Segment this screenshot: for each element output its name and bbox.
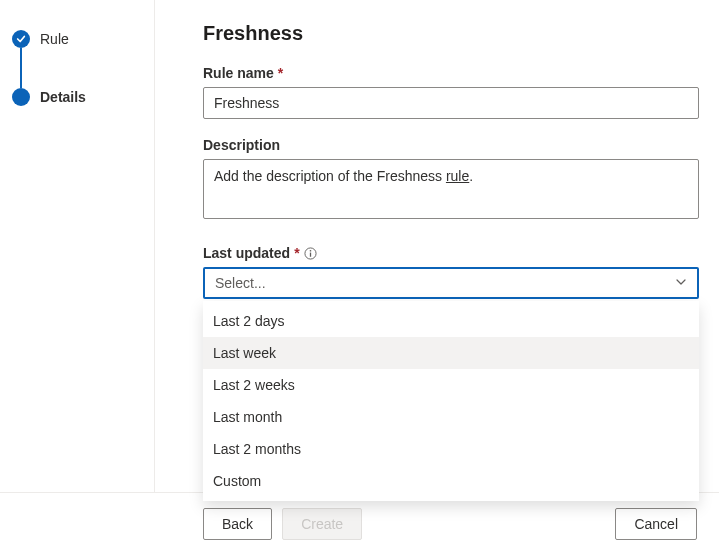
create-button: Create [282,508,362,540]
dropdown-item[interactable]: Last 2 weeks [203,369,699,401]
rule-name-input[interactable] [203,87,699,119]
step-details[interactable]: Details [12,88,154,106]
info-icon[interactable] [304,246,318,260]
chevron-down-icon [675,275,687,291]
page-title: Freshness [203,22,699,45]
select-placeholder: Select... [215,275,266,291]
step-details-label: Details [40,89,86,105]
main-panel: Freshness Rule name * Description Add th… [155,0,719,554]
rule-name-label: Rule name * [203,65,699,81]
dropdown-item[interactable]: Last 2 days [203,305,699,337]
description-textarea[interactable]: Add the description of the Freshness rul… [203,159,699,219]
dropdown-item[interactable]: Last week [203,337,699,369]
step-rule[interactable]: Rule [12,30,154,48]
dropdown-item[interactable]: Last 2 months [203,433,699,465]
description-label: Description [203,137,699,153]
footer-bar: Back Create Cancel [0,492,719,554]
svg-rect-2 [310,252,311,256]
svg-point-1 [310,249,312,251]
last-updated-dropdown: Last 2 daysLast weekLast 2 weeksLast mon… [203,301,699,501]
required-asterisk: * [278,65,283,81]
last-updated-select[interactable]: Select... [203,267,699,299]
wizard-sidebar: Rule Details [0,0,155,554]
last-updated-label: Last updated * [203,245,699,261]
dropdown-item[interactable]: Last month [203,401,699,433]
dropdown-item[interactable]: Custom [203,465,699,497]
active-step-dot-icon [12,88,30,106]
step-connector [20,48,22,88]
step-rule-label: Rule [40,31,69,47]
back-button[interactable]: Back [203,508,272,540]
checkmark-icon [12,30,30,48]
required-asterisk: * [294,245,299,261]
cancel-button[interactable]: Cancel [615,508,697,540]
